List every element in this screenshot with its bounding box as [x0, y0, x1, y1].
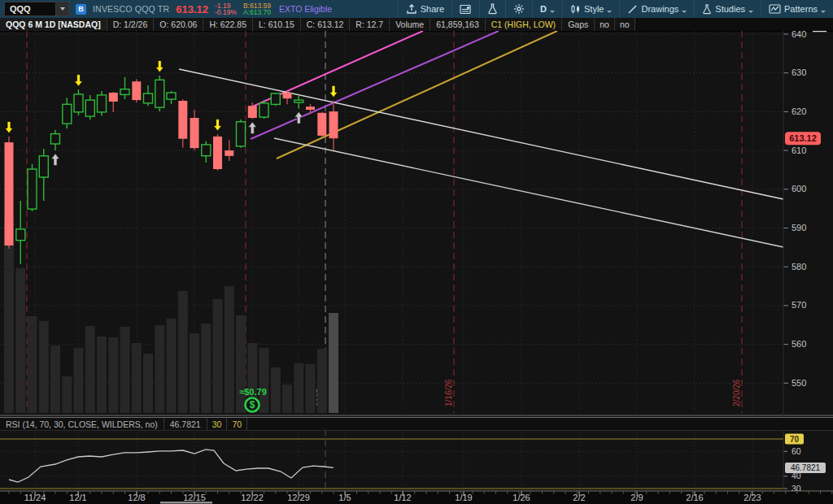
svg-text:1/5: 1/5 — [338, 493, 351, 502]
thinkorswim-chart-window: QQQ B INVESCO QQQ TR 613.12 -1.19 -0.19%… — [0, 0, 833, 504]
share-icon — [406, 4, 417, 15]
candle — [74, 89, 83, 115]
svg-text:610: 610 — [792, 146, 806, 155]
candle — [132, 79, 141, 102]
style-button[interactable]: Style — [562, 0, 619, 18]
svg-text:613.12: 613.12 — [789, 133, 817, 143]
share-button[interactable]: Share — [398, 0, 451, 18]
candles — [5, 76, 338, 264]
buy-signal-arrow-icon — [248, 122, 256, 134]
axis-pattern-icon[interactable] — [813, 31, 826, 32]
alerts-button[interactable] — [451, 0, 479, 18]
price-axis[interactable]: 640630620610600590580570560550 — [783, 31, 806, 388]
gaps-label: Gaps — [562, 18, 595, 31]
ohlc-segment: D: 1/2/26 — [107, 18, 155, 31]
volume-bar — [167, 319, 177, 413]
candle — [259, 100, 268, 119]
last-price: 613.12 — [176, 3, 208, 15]
ohlc-readout-bar: QQQ 6 M 1D [NASDAQ] D: 1/2/26O: 620.06H:… — [0, 18, 833, 32]
svg-text:590: 590 — [792, 223, 806, 232]
scrollbar-thumb[interactable] — [160, 502, 212, 504]
rsi-overbought-param: 70 — [227, 418, 247, 430]
ask-value: A:613.70 — [243, 9, 271, 16]
trendline-purple[interactable] — [251, 31, 499, 139]
ohlc-segment: O: 620.06 — [154, 18, 203, 31]
ohlc-segment: C: 613.12 — [301, 18, 351, 31]
buy-signal-arrow-icon — [51, 154, 59, 166]
candle — [144, 85, 153, 106]
svg-text:1/26: 1/26 — [512, 493, 530, 502]
volume-bar — [317, 349, 327, 413]
rsi-oversold-param: 30 — [207, 418, 228, 430]
chevron-down-icon — [607, 11, 612, 13]
candle — [39, 149, 48, 201]
gaps-values: nono — [595, 18, 635, 31]
last-price-badge: 613.12 — [785, 132, 821, 145]
time-axis[interactable]: 11/2412/112/812/1512/2212/291/51/121/191… — [0, 491, 833, 504]
symbol-value[interactable]: QQQ — [5, 2, 55, 15]
drawings-button[interactable]: Drawings — [619, 0, 694, 18]
sell-signal-arrow-icon — [75, 75, 83, 87]
volume-bar — [329, 313, 338, 413]
drawings-icon — [627, 4, 638, 15]
volume-bar — [282, 385, 292, 413]
rsi-study-header: RSI (14, 70, 30, CLOSE, WILDERS, no) 46.… — [0, 417, 833, 431]
svg-text:12/22: 12/22 — [241, 493, 264, 502]
candle — [85, 95, 94, 119]
flask-icon — [487, 3, 498, 15]
price-change-pct: -0.19% — [215, 9, 237, 16]
svg-text:630: 630 — [792, 67, 806, 77]
ohlc-values: D: 1/2/26O: 620.06H: 622.85L: 610.15C: 6… — [107, 18, 390, 31]
symbol-dropdown-button[interactable] — [55, 2, 68, 15]
candle — [109, 92, 118, 112]
svg-text:70: 70 — [790, 435, 800, 444]
studies-button[interactable]: Studies — [694, 0, 761, 18]
candle — [225, 140, 233, 161]
tests-button[interactable] — [479, 0, 505, 18]
timeframe-button[interactable]: D — [532, 0, 562, 18]
candle — [178, 99, 187, 148]
volume-bar — [74, 348, 84, 413]
event-date-label: 1/16/26 — [444, 379, 453, 406]
symbol-input[interactable]: QQQ — [4, 2, 69, 16]
candle — [28, 164, 37, 211]
style-label: Style — [584, 4, 604, 14]
channel-white-upper[interactable] — [179, 69, 783, 199]
rsi-study-label[interactable]: RSI (14, 70, 30, CLOSE, WILDERS, no) — [0, 418, 164, 430]
svg-text:620: 620 — [792, 106, 806, 116]
channel-white-lower[interactable] — [274, 138, 783, 247]
volume-bar — [271, 367, 281, 413]
candle — [306, 104, 315, 114]
share-label: Share — [421, 4, 444, 14]
ohlc-segment: H: 622.85 — [203, 18, 253, 31]
patterns-button[interactable]: Patterns — [761, 0, 833, 18]
volume-bar — [120, 327, 130, 413]
top-toolbar: QQQ B INVESCO QQQ TR 613.12 -1.19 -0.19%… — [0, 0, 833, 18]
patterns-label: Patterns — [784, 4, 818, 14]
timeframe-label: D — [540, 4, 547, 14]
buy-signal-arrow-icon — [294, 112, 303, 124]
svg-text:12/1: 12/1 — [69, 493, 86, 502]
chart-title: QQQ 6 M 1D [NASDAQ] — [0, 18, 107, 31]
volume-bar — [306, 364, 316, 413]
svg-text:640: 640 — [792, 31, 806, 39]
candle — [294, 95, 303, 108]
candle — [213, 134, 222, 171]
candle — [155, 76, 164, 111]
svg-text:2/23: 2/23 — [744, 493, 761, 502]
broker-b-icon[interactable]: B — [76, 4, 86, 15]
volume-bar — [97, 337, 107, 413]
svg-text:1/19: 1/19 — [455, 493, 472, 502]
chevron-down-icon — [748, 11, 753, 13]
news-icon — [460, 4, 472, 15]
svg-text:46.7821: 46.7821 — [791, 463, 821, 472]
candle — [190, 110, 199, 150]
chart-canvas[interactable]: 64063062061060059058057056055011/21/2512… — [0, 31, 833, 504]
volume-bar — [39, 321, 49, 413]
company-name: INVESCO QQQ TR — [93, 4, 169, 14]
settings-button[interactable] — [505, 0, 532, 18]
svg-text:12/15: 12/15 — [183, 493, 206, 502]
sell-signal-arrow-icon — [329, 85, 338, 98]
volume-bar — [85, 326, 95, 413]
trendline-gold[interactable] — [277, 31, 557, 159]
